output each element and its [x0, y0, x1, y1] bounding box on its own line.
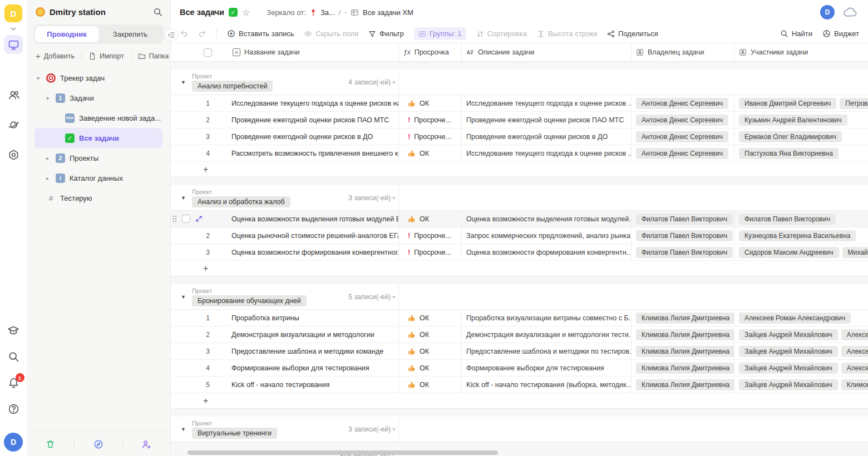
group-collapse-icon[interactable]: ▼	[181, 427, 189, 432]
share-button[interactable]: Поделиться	[607, 29, 658, 38]
owner-cell[interactable]: Антонов Денис Сергеевич	[632, 145, 734, 161]
status-cell[interactable]: ОК	[399, 376, 462, 393]
filter-button[interactable]: Фильтр	[368, 29, 404, 38]
invite-user-icon[interactable]	[122, 439, 170, 450]
add-button[interactable]: +Добавить	[34, 52, 81, 60]
sidebar-item-5[interactable]: ▸2Проекты	[34, 148, 162, 168]
settings-hexagon-icon[interactable]	[4, 145, 23, 164]
status-cell[interactable]: !Просроче...	[399, 244, 462, 260]
table-row[interactable]: 2Проведение ежегодной оценки рисков ПАО …	[171, 112, 868, 128]
redo-button[interactable]	[198, 29, 206, 38]
participants-cell[interactable]: Сидоров Максим АндреевичМихайлов	[734, 244, 868, 260]
task-title-cell[interactable]: Проработка витрины	[228, 310, 399, 326]
status-cell[interactable]: ОК	[399, 211, 462, 227]
owner-cell[interactable]: Климова Лилия Дмитриевна	[632, 360, 734, 376]
table-row[interactable]: 4Формирование выборки для тестированияОК…	[171, 360, 868, 376]
description-cell[interactable]: Kick off - начало тестирования (выборка,…	[462, 376, 632, 393]
table-row[interactable]: 3Оценка возможности формирования конверг…	[171, 244, 868, 261]
group-collapse-icon[interactable]: ▼	[181, 80, 189, 85]
column-description[interactable]: Описание задачи	[462, 43, 632, 61]
planet-icon[interactable]	[4, 115, 23, 134]
sidebar-search-icon[interactable]	[153, 7, 162, 17]
sort-button[interactable]: Сортировка	[476, 29, 527, 38]
participants-cell[interactable]: Зайцев Андрей МихайловичАлексеев Р	[734, 326, 868, 343]
description-cell[interactable]: Проведение ежегодной оценки рисков ПАО М…	[462, 112, 632, 128]
horizontal-scrollbar[interactable]	[188, 450, 498, 455]
favorite-star-icon[interactable]: ☆	[242, 7, 250, 18]
user-avatar[interactable]: D	[4, 433, 23, 452]
description-cell[interactable]: Предоставление шаблона и методики по тес…	[462, 343, 632, 359]
tree-chevron-icon[interactable]: ▸	[46, 155, 55, 161]
sidebar-item-6[interactable]: ▸iКаталог данных	[34, 168, 162, 188]
breadcrumb-source[interactable]: За...	[320, 8, 335, 17]
folder-button[interactable]: Папка	[131, 52, 175, 60]
undo-button[interactable]	[180, 29, 188, 38]
participants-cell[interactable]: Зайцев Андрей МихайловичАлексеев Р	[734, 360, 868, 376]
tab-pinned[interactable]: Закрепить	[98, 26, 162, 42]
sidebar-item-4[interactable]: ✓Все задачи	[34, 128, 162, 148]
participants-cell[interactable]: Филатов Павел Викторович	[734, 211, 868, 227]
workspace-avatar[interactable]: D	[4, 4, 22, 22]
column-task-name[interactable]: AНазвание задачи	[228, 43, 399, 61]
description-cell[interactable]: Проработка визуализации витрины совместн…	[462, 310, 632, 326]
select-all-checkbox[interactable]	[188, 43, 228, 61]
column-overdue[interactable]: ƒxПросрочка	[399, 43, 462, 61]
search-icon[interactable]	[8, 351, 19, 363]
table-row[interactable]: 2Демонстрация визуализации и методологии…	[171, 326, 868, 343]
widget-button[interactable]: Виджет	[822, 29, 859, 38]
notifications-bell-icon[interactable]: 1	[8, 377, 19, 389]
tree-chevron-icon[interactable]: ▾	[37, 75, 46, 81]
owner-cell[interactable]: Климова Лилия Дмитриевна	[632, 343, 734, 359]
owner-cell[interactable]: Филатов Павел Викторович	[632, 244, 734, 260]
status-cell[interactable]: !Просроче...	[399, 128, 462, 145]
owner-cell[interactable]: Антонов Денис Сергеевич	[632, 128, 734, 145]
table-row[interactable]: 1Проработка витриныОКПроработка визуализ…	[171, 310, 868, 326]
add-record-button[interactable]: +	[171, 162, 868, 177]
status-cell[interactable]: !Просроче...	[399, 227, 462, 244]
row-checkbox[interactable]	[182, 215, 190, 223]
task-title-cell[interactable]: Оценка возможности формирования конверге…	[228, 244, 399, 260]
owner-cell[interactable]: Филатов Павел Викторович	[632, 211, 734, 227]
hide-fields-button[interactable]: Скрыть поля	[304, 29, 358, 38]
compass-icon[interactable]	[74, 439, 122, 450]
group-collapse-icon[interactable]: ▼	[181, 195, 189, 201]
find-button[interactable]: Найти	[780, 29, 812, 38]
description-cell[interactable]: Исследование текущего подхода к оценке р…	[462, 145, 632, 161]
table-row[interactable]: 5Kick off - начало тестированияОКKick of…	[171, 376, 868, 393]
sidebar-item-3[interactable]: NEWЗаведение новой зада...	[34, 108, 162, 128]
participants-cell[interactable]: Иванов Дмитрий СергеевичПетрова А	[734, 95, 868, 111]
users-icon[interactable]	[4, 85, 23, 104]
description-cell[interactable]: Демонстрация визуализации и методологии …	[462, 326, 632, 343]
status-cell[interactable]: ОК	[399, 145, 462, 161]
table-row[interactable]: 1Исследование текущего подхода к оценке …	[171, 95, 868, 112]
status-cell[interactable]: !Просроче...	[399, 112, 462, 128]
insert-record-button[interactable]: Вставить запись	[227, 29, 294, 38]
task-title-cell[interactable]: Исследование текущего подхода к оценке р…	[228, 95, 399, 111]
sidebar-item-2[interactable]: ▾1Задачи	[34, 88, 162, 108]
sidebar-item-1[interactable]: ▾Трекер задач	[34, 68, 162, 88]
status-cell[interactable]: ОК	[399, 310, 462, 326]
owner-cell[interactable]: Климова Лилия Дмитриевна	[632, 326, 734, 343]
description-cell[interactable]: Проведение ежегодной оценки рисков в ДО	[462, 128, 632, 145]
sidebar-item-7[interactable]: #Тестирую	[34, 188, 162, 208]
group-record-count[interactable]: 4 записи(-ей)▾	[348, 78, 398, 86]
groups-button[interactable]: Группы: 1	[414, 27, 466, 40]
description-cell[interactable]: Запрос коммерческих предложений, анализ …	[462, 227, 632, 244]
column-owner[interactable]: Владелец задачи	[632, 43, 734, 61]
task-title-cell[interactable]: Демонстрация визуализации и методологии	[228, 326, 399, 343]
description-cell[interactable]: Оценка возможности выделения готовых мод…	[462, 211, 632, 227]
description-cell[interactable]: Оценка возможности формирования конверге…	[462, 244, 632, 260]
import-button[interactable]: Импорт	[81, 52, 131, 60]
description-cell[interactable]: Исследование текущего подхода к оценке р…	[462, 95, 632, 111]
group-record-count[interactable]: 5 записи(-ей)▾	[348, 293, 398, 301]
participants-cell[interactable]: Пастухова Яна Викториевна	[734, 145, 868, 161]
status-cell[interactable]: ОК	[399, 360, 462, 376]
table-row[interactable]: 3Проведение ежегодной оценки рисков в ДО…	[171, 128, 868, 145]
add-record-button[interactable]: +	[171, 393, 868, 409]
breadcrumb-target[interactable]: Все задачи ХМ	[363, 8, 413, 17]
account-avatar[interactable]: D	[820, 5, 835, 19]
trash-icon[interactable]	[27, 439, 74, 449]
owner-cell[interactable]: Филатов Павел Викторович	[632, 227, 734, 244]
group-record-count[interactable]: 3 записи(-ей)▾	[348, 194, 398, 202]
owner-cell[interactable]: Антонов Денис Сергеевич	[632, 112, 734, 128]
